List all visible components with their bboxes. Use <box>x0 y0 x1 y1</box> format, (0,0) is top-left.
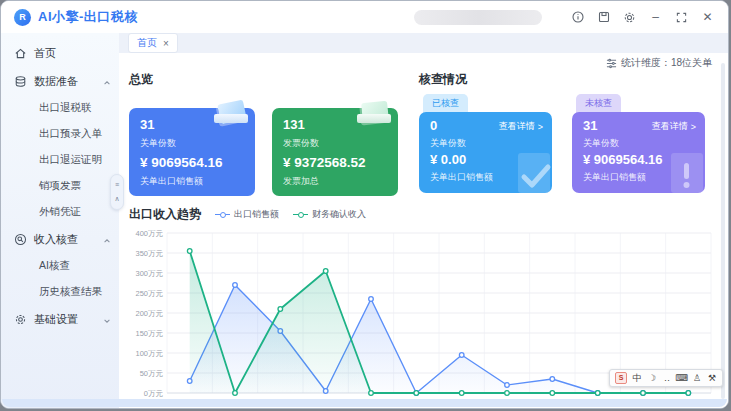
tools-icon[interactable]: ⚒ <box>707 373 717 383</box>
sidebar-item-首页[interactable]: 首页 <box>1 39 119 67</box>
vertical-scrollbar[interactable] <box>721 63 725 399</box>
chevron-right-icon: > <box>691 122 696 132</box>
sidebar-item-出口预录入单[interactable]: 出口预录入单 <box>1 121 119 147</box>
overview-title: 总览 <box>129 71 407 88</box>
info-icon[interactable] <box>571 11 584 24</box>
hamburger-icon: ≡ <box>115 181 119 188</box>
verification-cards: 已核查查看详情>0关单份数¥ 0.00关单出口销售额未核查查看详情>31关单份数… <box>419 92 717 193</box>
database-icon <box>14 75 27 88</box>
verification-card-body[interactable]: 查看详情>0关单份数¥ 0.00关单出口销售额 <box>419 112 552 193</box>
card-amount: ¥ 9372568.52 <box>283 155 387 170</box>
statistic-dimension[interactable]: 统计维度：18位关单 <box>606 56 712 70</box>
filter-sliders-icon <box>606 58 617 69</box>
chevron-up-icon <box>103 77 111 85</box>
svg-text:350万元: 350万元 <box>135 249 163 258</box>
gear-icon <box>14 313 27 326</box>
verification-title: 核查情况 <box>419 71 717 88</box>
svg-text:400万元: 400万元 <box>135 229 163 238</box>
clipboard-icon[interactable]: ♙ <box>692 373 702 383</box>
svg-text:200万元: 200万元 <box>135 309 163 318</box>
sidebar-item-收入核查[interactable]: 收入核查 <box>1 225 119 253</box>
sidebar-item-基础设置[interactable]: 基础设置 <box>1 305 119 333</box>
printer-illustration-icon <box>348 100 392 134</box>
tab-home[interactable]: 首页 × <box>128 33 178 53</box>
keyboard-icon[interactable]: ⌨ <box>677 373 687 383</box>
legend-item-出口销售额[interactable]: 出口销售额 <box>215 208 279 221</box>
titlebar-controls: – ✕ <box>414 10 728 25</box>
overview-card-发票份数[interactable]: 131发票份数¥ 9372568.52发票加总 <box>272 108 398 196</box>
more-dots-icon[interactable]: ‥ <box>662 373 672 383</box>
window-bottom-strip <box>2 399 727 407</box>
audit-icon <box>14 233 27 246</box>
verification-section: 核查情况 已核查查看详情>0关单份数¥ 0.00关单出口销售额未核查查看详情>3… <box>419 71 717 196</box>
tab-label: 首页 <box>137 36 157 50</box>
svg-text:0万元: 0万元 <box>144 389 164 398</box>
main-area: 首页 × 统计维度：18位关单 总览 31关单份数¥ 9069564.16关单出… <box>119 33 728 409</box>
chevron-right-icon: > <box>538 122 543 132</box>
sidebar: 首页数据准备出口退税联出口预录入单出口退运证明销项发票外销凭证收入核查AI核查历… <box>1 33 119 409</box>
card-count-label: 关单份数 <box>430 138 541 148</box>
sidebar-item-数据准备[interactable]: 数据准备 <box>1 67 119 95</box>
card-amount: ¥ 9069564.16 <box>140 155 244 170</box>
maximize-icon[interactable] <box>675 11 688 24</box>
card-amount-label: 发票加总 <box>283 176 387 187</box>
sidebar-collapse-handle[interactable]: ≡ ∧ <box>110 174 124 210</box>
view-details-link[interactable]: 查看详情> <box>499 120 543 133</box>
sidebar-item-label: 基础设置 <box>34 312 103 327</box>
chevron-up-icon: ∧ <box>114 195 119 203</box>
dashboard-content: 统计维度：18位关单 总览 31关单份数¥ 9069564.16关单出口销售额1… <box>119 53 728 409</box>
sidebar-item-AI核查[interactable]: AI核查 <box>1 253 119 279</box>
sidebar-item-出口退运证明[interactable]: 出口退运证明 <box>1 147 119 173</box>
chevron-down-icon <box>103 315 111 323</box>
sidebar-item-销项发票[interactable]: 销项发票 <box>1 173 119 199</box>
svg-text:250万元: 250万元 <box>135 289 163 298</box>
card-count-label: 发票份数 <box>283 138 387 149</box>
svg-text:100万元: 100万元 <box>135 349 163 358</box>
tab-close-icon[interactable]: × <box>163 38 169 49</box>
svg-text:300万元: 300万元 <box>135 269 163 278</box>
overview-card-关单份数[interactable]: 31关单份数¥ 9069564.16关单出口销售额 <box>129 108 255 196</box>
save-icon[interactable] <box>597 11 610 24</box>
legend-label: 财务确认收入 <box>312 208 366 221</box>
chinese-mode-icon[interactable]: 中 <box>632 373 642 383</box>
home-icon <box>14 47 27 60</box>
overview-section: 总览 31关单份数¥ 9069564.16关单出口销售额131发票份数¥ 937… <box>129 71 407 196</box>
check-document-watermark-icon <box>512 151 552 193</box>
ime-logo-icon[interactable]: S <box>615 372 627 384</box>
title-bar: R AI小擎-出口税核 – ✕ <box>1 1 728 33</box>
view-details-label: 查看详情 <box>652 120 688 133</box>
redacted-account-info <box>414 10 542 25</box>
sidebar-item-label: 收入核查 <box>34 232 103 247</box>
chart-legend: 出口销售额财务确认收入 <box>215 208 366 221</box>
verification-card-已核查: 已核查查看详情>0关单份数¥ 0.00关单出口销售额 <box>419 92 552 193</box>
legend-item-财务确认收入[interactable]: 财务确认收入 <box>293 208 366 221</box>
verification-card-body[interactable]: 查看详情>31关单份数¥ 9069564.16关单出口销售额 <box>572 112 705 193</box>
svg-text:150万元: 150万元 <box>135 329 163 338</box>
sidebar-item-label: 数据准备 <box>34 74 103 89</box>
sidebar-item-历史核查结果[interactable]: 历史核查结果 <box>1 279 119 305</box>
app-title: AI小擎-出口税核 <box>38 8 138 26</box>
tab-bar: 首页 × <box>119 33 728 53</box>
close-icon[interactable]: ✕ <box>701 11 714 24</box>
chart-title: 出口收入趋势 <box>129 206 201 223</box>
overview-cards: 31关单份数¥ 9069564.16关单出口销售额131发票份数¥ 937256… <box>129 108 407 196</box>
ime-toolbar: S中☽‥⌨♙⚒ <box>609 369 723 387</box>
statistic-dimension-label: 统计维度：18位关单 <box>621 56 712 70</box>
minimize-icon[interactable]: – <box>649 11 662 24</box>
app-window: R AI小擎-出口税核 – ✕ 首页数据 <box>0 0 729 409</box>
app-logo-icon: R <box>14 9 31 26</box>
legend-marker-icon <box>215 212 230 218</box>
card-count-label: 关单份数 <box>583 138 694 148</box>
verification-card-未核查: 未核查查看详情>31关单份数¥ 9069564.16关单出口销售额 <box>572 92 705 193</box>
legend-marker-icon <box>293 212 308 218</box>
view-details-label: 查看详情 <box>499 120 535 133</box>
svg-text:50万元: 50万元 <box>140 369 164 378</box>
settings-gear-icon[interactable] <box>623 11 636 24</box>
sidebar-item-外销凭证[interactable]: 外销凭证 <box>1 199 119 225</box>
sidebar-item-label: 首页 <box>34 46 111 61</box>
exclaim-document-watermark-icon <box>665 151 705 193</box>
sidebar-item-出口退税联[interactable]: 出口退税联 <box>1 95 119 121</box>
moon-icon[interactable]: ☽ <box>647 373 657 383</box>
view-details-link[interactable]: 查看详情> <box>652 120 696 133</box>
legend-label: 出口销售额 <box>234 208 279 221</box>
